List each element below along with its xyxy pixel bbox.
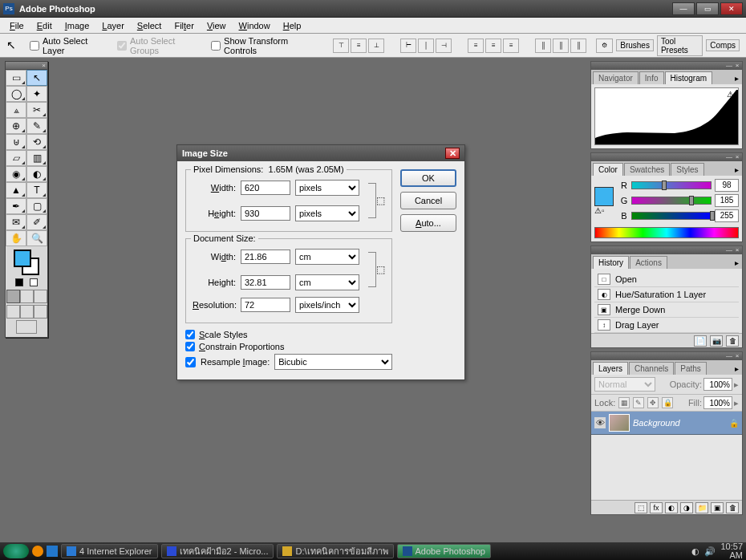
history-item[interactable]: ◐Hue/Saturation 1 Layer — [594, 287, 739, 302]
panel-minimize-icon[interactable]: — — [726, 247, 732, 254]
crop-tool[interactable]: ⟁ — [6, 102, 26, 118]
tools-header[interactable]: × — [6, 62, 47, 70]
histogram-warning-icon[interactable]: ⚠ — [727, 90, 736, 99]
resample-method-select[interactable]: Bicubic — [274, 354, 392, 370]
distribute-bottom-button[interactable]: ≡ — [503, 39, 519, 53]
magic-wand-tool[interactable]: ✦ — [26, 86, 47, 102]
taskbar-item-active[interactable]: Adobe Photoshop — [397, 544, 491, 558]
swap-colors-icon[interactable] — [30, 278, 38, 286]
menu-view[interactable]: View — [201, 19, 233, 32]
layer-row[interactable]: 👁 Background 🔒 — [591, 412, 742, 435]
menu-window[interactable]: Window — [233, 19, 277, 32]
pen-tool[interactable]: ✒ — [6, 198, 26, 214]
resample-checkbox[interactable] — [185, 357, 196, 367]
lasso-tool[interactable]: ◯ — [6, 86, 26, 102]
cancel-button[interactable]: Cancel — [400, 192, 456, 209]
panel-close-icon[interactable]: × — [734, 353, 740, 359]
ie-quicklaunch-icon[interactable] — [47, 546, 58, 557]
type-tool[interactable]: T — [26, 182, 47, 198]
marquee-tool[interactable]: ▭ — [6, 70, 26, 86]
zoom-tool[interactable]: 🔍 — [26, 230, 47, 246]
pixel-width-input[interactable] — [241, 181, 290, 195]
panel-minimize-icon[interactable]: — — [726, 353, 732, 359]
info-tab[interactable]: Info — [639, 71, 664, 84]
quicklaunch-icon[interactable] — [32, 546, 43, 557]
screen-standard-button[interactable] — [6, 305, 20, 319]
pixel-height-unit[interactable]: pixels — [295, 205, 359, 221]
show-transform-checkbox[interactable]: Show Transform Controls — [211, 36, 317, 55]
hand-tool[interactable]: ✋ — [6, 230, 26, 246]
default-colors-icon[interactable] — [15, 278, 23, 286]
history-tab[interactable]: History — [593, 256, 629, 269]
distribute-vcenter-button[interactable]: ≡ — [485, 39, 501, 53]
auto-button[interactable]: Auto... — [400, 214, 456, 232]
minimize-button[interactable]: — — [672, 2, 695, 15]
taskbar-item[interactable]: 4 Internet Explorer — [61, 544, 158, 558]
align-hcenter-button[interactable]: │ — [418, 39, 434, 53]
distribute-hcenter-button[interactable]: ║ — [553, 39, 569, 53]
layer-visibility-icon[interactable]: 👁 — [594, 417, 606, 428]
link-layers-icon[interactable]: ⬚ — [635, 502, 647, 513]
workspace-icon[interactable]: ⚙ — [596, 39, 613, 53]
fill-input[interactable] — [703, 396, 732, 409]
panel-minimize-icon[interactable]: — — [726, 63, 732, 69]
adjustment-layer-icon[interactable]: ◑ — [680, 502, 693, 513]
align-top-button[interactable]: ⊤ — [333, 39, 349, 53]
healing-tool[interactable]: ⊕ — [6, 118, 26, 134]
distribute-top-button[interactable]: ≡ — [468, 39, 484, 53]
tool-presets-tab[interactable]: Tool Presets — [657, 35, 703, 56]
panel-menu-icon[interactable]: ▸ — [732, 164, 742, 176]
color-spectrum[interactable] — [594, 227, 739, 238]
new-snapshot-icon[interactable]: 📷 — [710, 335, 723, 347]
menu-image[interactable]: Image — [59, 19, 96, 32]
brush-tool[interactable]: ✎ — [26, 118, 47, 134]
delete-layer-icon[interactable]: 🗑 — [726, 502, 739, 513]
tray-icon[interactable]: 🔊 — [704, 546, 716, 557]
tray-icon[interactable]: ◐ — [691, 546, 699, 557]
panel-menu-icon[interactable]: ▸ — [732, 257, 742, 269]
layer-group-icon[interactable]: 📁 — [695, 502, 708, 513]
constrain-proportions-checkbox[interactable]: Constrain Proportions — [185, 342, 392, 351]
histogram-tab[interactable]: Histogram — [665, 71, 713, 84]
actions-tab[interactable]: Actions — [630, 256, 667, 269]
doc-width-unit[interactable]: cm — [295, 249, 359, 265]
g-slider[interactable] — [631, 197, 712, 205]
menu-file[interactable]: File — [3, 19, 30, 32]
channels-tab[interactable]: Channels — [629, 362, 674, 375]
resolution-input[interactable] — [241, 298, 290, 312]
layer-style-icon[interactable]: fx — [650, 502, 663, 513]
menu-filter[interactable]: Filter — [168, 19, 200, 32]
menu-edit[interactable]: Edit — [30, 19, 59, 32]
r-value[interactable]: 98 — [715, 179, 739, 192]
resolution-unit[interactable]: pixels/inch — [295, 297, 359, 313]
screen-full-button[interactable] — [34, 305, 47, 319]
taskbar-item[interactable]: D:\เทคนิคการข้อมสีภาพ — [277, 544, 393, 558]
dialog-close-button[interactable]: ✕ — [445, 148, 460, 159]
panel-close-icon[interactable]: × — [734, 247, 740, 254]
g-value[interactable]: 185 — [715, 194, 739, 207]
pixel-width-unit[interactable]: pixels — [295, 180, 359, 196]
move-tool[interactable]: ↖ — [26, 70, 47, 86]
ok-button[interactable]: OK — [400, 169, 456, 187]
new-layer-icon[interactable]: ▣ — [711, 502, 724, 513]
lock-all-icon[interactable]: 🔒 — [662, 397, 673, 408]
navigator-tab[interactable]: Navigator — [593, 71, 639, 84]
menu-help[interactable]: Help — [277, 19, 308, 32]
foreground-background-swatches[interactable] — [14, 250, 39, 275]
panel-close-icon[interactable]: × — [734, 154, 740, 160]
color-preview-swatch[interactable] — [594, 187, 614, 206]
styles-tab[interactable]: Styles — [671, 163, 703, 176]
gamut-warning-icon[interactable]: ⚠▫ — [594, 206, 617, 215]
imageready-button[interactable] — [16, 320, 37, 334]
dodge-tool[interactable]: ◐ — [26, 166, 47, 182]
align-vcenter-button[interactable]: ≡ — [351, 39, 367, 53]
slice-tool[interactable]: ✂ — [26, 102, 47, 118]
shape-tool[interactable]: ▢ — [26, 198, 47, 214]
brushes-tab[interactable]: Brushes — [616, 39, 654, 51]
layer-thumbnail[interactable] — [609, 414, 630, 432]
align-right-button[interactable]: ⊣ — [436, 39, 452, 53]
standard-mode-button[interactable] — [6, 290, 20, 303]
paths-tab[interactable]: Paths — [675, 362, 707, 375]
b-value[interactable]: 255 — [715, 209, 739, 222]
layers-tab[interactable]: Layers — [593, 362, 628, 375]
